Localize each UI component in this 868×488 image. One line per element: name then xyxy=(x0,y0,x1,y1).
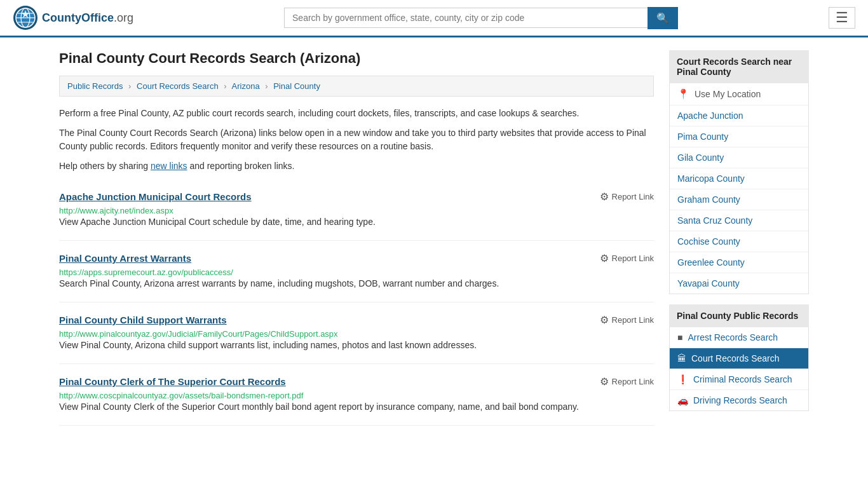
menu-button[interactable]: ☰ xyxy=(829,7,855,29)
sidebar-pr-link-3[interactable]: 🚗 Driving Records Search xyxy=(670,390,808,410)
sidebar-pr-link-2[interactable]: ❗ Criminal Records Search xyxy=(670,369,808,390)
record-item: Pinal County Clerk of The Superior Court… xyxy=(59,364,654,426)
sidebar-pr-item-2: ❗ Criminal Records Search xyxy=(670,369,808,390)
record-title-0[interactable]: Apache Junction Municipal Court Records xyxy=(59,191,252,202)
sidebar-nearby-item: Yavapai County xyxy=(670,273,808,294)
record-desc-0: View Apache Junction Municipal Court sch… xyxy=(59,215,654,229)
record-item: Pinal County Arrest Warrants ⚙ Report Li… xyxy=(59,241,654,302)
sidebar-nearby-item: Cochise County xyxy=(670,231,808,252)
sidebar-nearby-link-1[interactable]: Apache Junction xyxy=(670,105,808,126)
record-url-1[interactable]: https://apps.supremecourt.az.gov/publica… xyxy=(59,268,233,277)
description-1: Perform a free Pinal County, AZ public c… xyxy=(59,107,654,120)
new-links[interactable]: new links xyxy=(151,161,187,171)
record-desc-3: View Pinal County Clerk of the Superior … xyxy=(59,400,654,414)
sidebar-nearby-link-6[interactable]: Santa Cruz County xyxy=(670,210,808,231)
sidebar-nearby-link-0[interactable]: 📍Use My Location xyxy=(670,83,808,105)
sidebar-nearby-link-8[interactable]: Greenlee County xyxy=(670,252,808,273)
search-bar: 🔍 xyxy=(284,7,678,29)
pr-icon-1: 🏛 xyxy=(677,353,686,363)
sidebar-nearby-link-3[interactable]: Gila County xyxy=(670,147,808,168)
record-desc-2: View Pinal County, Arizona child support… xyxy=(59,339,654,352)
record-url-3[interactable]: http://www.coscpinalcountyaz.gov/assets/… xyxy=(59,391,303,400)
sidebar-nearby-link-5[interactable]: Graham County xyxy=(670,189,808,210)
location-icon: 📍 xyxy=(677,88,689,100)
sidebar-pr-item-1: 🏛 Court Records Search xyxy=(670,348,808,369)
sidebar-pr-link-1[interactable]: 🏛 Court Records Search xyxy=(670,348,808,369)
search-button[interactable]: 🔍 xyxy=(648,7,678,29)
logo[interactable]: CountyOffice.org xyxy=(13,5,133,30)
sidebar-nearby-item: Gila County xyxy=(670,147,808,168)
report-link-0[interactable]: ⚙ Report Link xyxy=(600,191,654,203)
record-desc-1: Search Pinal County, Arizona arrest warr… xyxy=(59,277,654,290)
record-title-1[interactable]: Pinal County Arrest Warrants xyxy=(59,253,191,264)
sidebar-pr-link-0[interactable]: ■ Arrest Records Search xyxy=(670,327,808,348)
pr-icon-3: 🚗 xyxy=(677,395,688,405)
logo-text: CountyOffice.org xyxy=(42,11,133,25)
description-2: The Pinal County Court Records Search (A… xyxy=(59,126,654,153)
breadcrumb-public-records[interactable]: Public Records xyxy=(67,81,123,91)
sidebar-pr-item-3: 🚗 Driving Records Search xyxy=(670,390,808,410)
record-url-2[interactable]: http://www.pinalcountyaz.gov/Judicial/Fa… xyxy=(59,329,338,339)
sidebar-nearby-link-7[interactable]: Cochise County xyxy=(670,231,808,252)
report-icon-1: ⚙ xyxy=(600,252,609,264)
sidebar-nearby-item: Maricopa County xyxy=(670,168,808,189)
record-title-2[interactable]: Pinal County Child Support Warrants xyxy=(59,315,227,325)
search-input[interactable] xyxy=(284,8,648,28)
pr-icon-0: ■ xyxy=(677,332,682,342)
breadcrumb-court-records[interactable]: Court Records Search xyxy=(137,81,219,91)
public-records-list: ■ Arrest Records Search 🏛 Court Records … xyxy=(669,327,809,411)
public-records-section-title: Pinal County Public Records xyxy=(669,304,809,327)
description-3: Help others by sharing new links and rep… xyxy=(59,159,654,173)
sidebar-nearby-item: Pima County xyxy=(670,126,808,147)
records-list: Apache Junction Municipal Court Records … xyxy=(59,179,654,426)
sidebar-nearby-item: Greenlee County xyxy=(670,252,808,273)
sidebar-nearby-item: Santa Cruz County xyxy=(670,210,808,231)
nearby-list: 📍Use My LocationApache JunctionPima Coun… xyxy=(669,83,809,294)
record-title-3[interactable]: Pinal County Clerk of The Superior Court… xyxy=(59,376,286,387)
breadcrumb-pinal-county[interactable]: Pinal County xyxy=(273,81,320,91)
sidebar-nearby-item: 📍Use My Location xyxy=(670,83,808,105)
sidebar-pr-item-0: ■ Arrest Records Search xyxy=(670,327,808,348)
report-icon-0: ⚙ xyxy=(600,191,609,203)
pr-icon-2: ❗ xyxy=(677,374,688,384)
breadcrumb-arizona[interactable]: Arizona xyxy=(232,81,260,91)
report-icon-3: ⚙ xyxy=(600,376,609,388)
report-link-2[interactable]: ⚙ Report Link xyxy=(600,314,654,326)
record-url-0[interactable]: http://www.ajcity.net/index.aspx xyxy=(59,206,173,215)
record-item: Apache Junction Municipal Court Records … xyxy=(59,179,654,241)
sidebar-nearby-item: Graham County xyxy=(670,189,808,210)
report-icon-2: ⚙ xyxy=(600,314,609,326)
sidebar-nearby-item: Apache Junction xyxy=(670,105,808,126)
report-link-1[interactable]: ⚙ Report Link xyxy=(600,252,654,264)
sidebar-nearby-link-4[interactable]: Maricopa County xyxy=(670,168,808,189)
nearby-section-title: Court Records Search near Pinal County xyxy=(669,50,809,83)
report-link-3[interactable]: ⚙ Report Link xyxy=(600,376,654,388)
breadcrumb: Public Records › Court Records Search › … xyxy=(59,76,654,97)
logo-icon xyxy=(13,5,38,30)
sidebar-nearby-link-2[interactable]: Pima County xyxy=(670,126,808,147)
sidebar-nearby-link-9[interactable]: Yavapai County xyxy=(670,273,808,294)
record-item: Pinal County Child Support Warrants ⚙ Re… xyxy=(59,302,654,364)
sidebar: Court Records Search near Pinal County 📍… xyxy=(669,50,809,426)
page-title: Pinal County Court Records Search (Arizo… xyxy=(59,50,654,67)
